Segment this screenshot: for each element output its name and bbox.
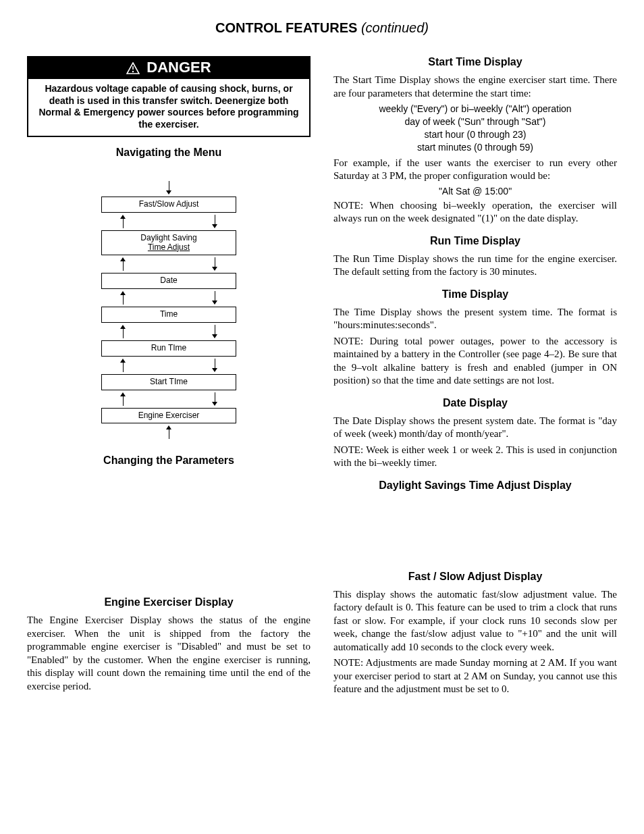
paragraph-time-body: The Time Display shows the present syste…: [333, 306, 617, 332]
heading-time-display: Time Display: [333, 288, 617, 301]
paragraph-date-note: NOTE: Week is either week 1 or week 2. T…: [333, 444, 617, 470]
flow-box-run-time: Run TIme: [101, 340, 236, 357]
paragraph-fast-slow-body: This display shows the automatic fast/sl…: [333, 588, 617, 654]
paragraph-start-intro: The Start Time Display shows the engine …: [333, 74, 617, 100]
paragraph-fast-slow-note: NOTE: Adjustments are made Sunday mornin…: [333, 656, 617, 696]
flow-box-start-time: Start TIme: [101, 374, 236, 390]
flow-box-fast-slow: Fast/Slow Adjust: [101, 197, 236, 213]
paragraph-start-example-intro: For example, if the user wants the exerc…: [333, 157, 617, 183]
start-param-list: weekly ("Every") or bi–weekly ("Alt") op…: [333, 103, 617, 154]
paragraph-date-body: The Date Display shows the present syste…: [333, 415, 617, 441]
start-param-2: day of week ("Sun" through "Sat"): [333, 115, 617, 128]
danger-box: DANGER Hazardous voltage capable of caus…: [27, 56, 311, 137]
heading-changing-parameters: Changing the Parameters: [27, 454, 311, 467]
warning-icon: [126, 59, 140, 76]
flow-box-date: Date: [101, 273, 236, 289]
heading-dst-display: Daylight Savings Time Adjust Display: [333, 479, 617, 492]
danger-header: DANGER: [28, 57, 309, 79]
page-title: CONTROL FEATURES (continued): [27, 20, 617, 36]
svg-point-2: [132, 71, 134, 72]
heading-date-display: Date Display: [333, 397, 617, 409]
flow-box-engine-exerciser: Engine Exerciser: [101, 408, 236, 424]
page-title-continued: (continued): [361, 20, 429, 35]
danger-body: Hazardous voltage capable of causing sho…: [28, 79, 309, 136]
heading-start-time: Start Time Display: [333, 56, 617, 68]
start-example: "Alt Sat @ 15:00": [333, 186, 617, 197]
right-column: Start Time Display The Start Time Displa…: [333, 56, 617, 699]
start-param-1: weekly ("Every") or bi–weekly ("Alt") op…: [333, 103, 617, 115]
paragraph-start-note: NOTE: When choosing bi–weekly operation,…: [333, 199, 617, 226]
start-param-4: start minutes (0 through 59): [333, 141, 617, 154]
paragraph-time-note: NOTE: During total power outages, power …: [333, 335, 617, 388]
heading-navigating-menu: Navigating the Menu: [27, 147, 311, 159]
danger-heading-text: DANGER: [146, 59, 211, 76]
paragraph-engine-exerciser: The Engine Exerciser Display shows the s…: [27, 614, 311, 693]
heading-run-time: Run Time Display: [333, 235, 617, 247]
left-column: DANGER Hazardous voltage capable of caus…: [27, 56, 311, 699]
heading-engine-exerciser: Engine Exerciser Display: [27, 596, 311, 608]
flow-box-dst: Daylight Saving Time Adjust: [101, 230, 236, 256]
paragraph-run-time: The Run Time Display shows the run time …: [333, 253, 617, 279]
heading-fast-slow: Fast / Slow Adjust Display: [333, 571, 617, 583]
page-title-main: CONTROL FEATURES: [215, 20, 357, 35]
flow-box-time: Time: [101, 307, 236, 323]
menu-flowchart: Fast/Slow Adjust Daylight Saving Time Ad…: [101, 179, 236, 441]
start-param-3: start hour (0 through 23): [333, 128, 617, 141]
